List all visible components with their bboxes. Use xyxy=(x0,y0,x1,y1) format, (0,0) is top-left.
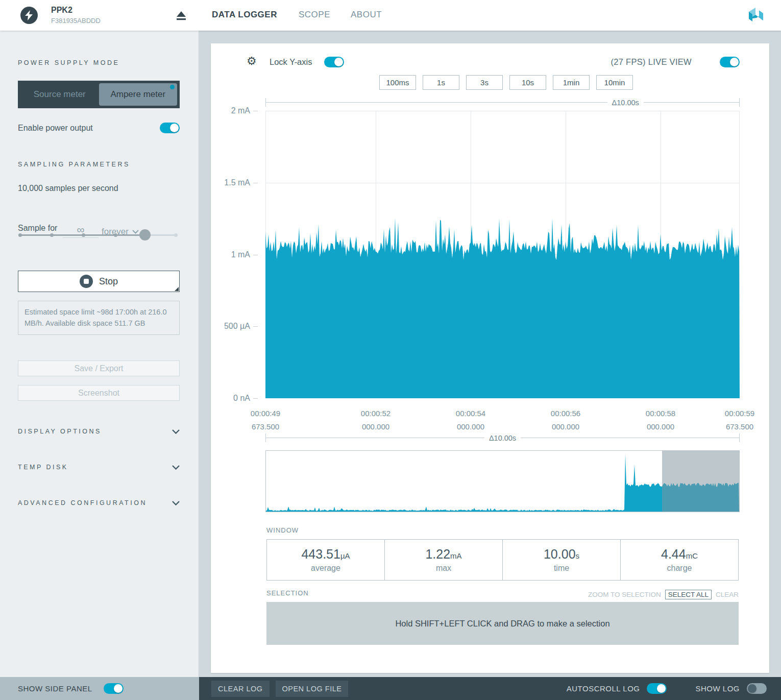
sample-duration-select[interactable]: forever xyxy=(102,227,139,237)
chevron-down-icon xyxy=(172,465,180,470)
y-tick-1mA: 1 mA xyxy=(213,250,258,259)
show-side-panel-toggle[interactable] xyxy=(104,683,124,694)
y-tick-2mA: 2 mA xyxy=(213,106,258,115)
stop-icon xyxy=(80,275,93,288)
selection-hint-box: Hold SHIFT+LEFT CLICK and DRAG to make a… xyxy=(266,602,739,645)
power-supply-mode-switch: Source meter Ampere meter xyxy=(18,81,180,108)
zoom-to-selection-button[interactable]: ZOOM TO SELECTION xyxy=(588,591,661,598)
stat-average: 443.51µA average xyxy=(267,540,385,580)
time-button-3s[interactable]: 3s xyxy=(466,75,503,90)
x-tick-3: 00:00:56000.000 xyxy=(532,407,599,434)
live-view-label: (27 FPS) LIVE VIEW xyxy=(611,57,692,67)
eject-device-icon[interactable] xyxy=(175,10,187,22)
sample-rate-label: 10,000 samples per second xyxy=(18,184,118,193)
ampere-meter-option[interactable]: Ampere meter xyxy=(99,83,178,106)
selection-actions: ZOOM TO SELECTION SELECT ALL CLEAR xyxy=(588,590,739,599)
save-export-button[interactable]: Save / Export xyxy=(18,360,180,376)
time-button-1min[interactable]: 1min xyxy=(553,75,590,90)
chevron-down-icon xyxy=(172,429,180,434)
show-log-label: SHOW LOG xyxy=(695,684,740,693)
nordic-semiconductor-logo xyxy=(745,5,767,26)
lock-y-axis-label: Lock Y-axis xyxy=(270,57,312,67)
select-all-button[interactable]: SELECT ALL xyxy=(665,590,712,599)
show-side-panel-label: SHOW SIDE PANEL xyxy=(18,684,92,693)
clear-log-button[interactable]: CLEAR LOG xyxy=(211,681,270,697)
slider-tick xyxy=(18,233,22,237)
main-area: ⚙ Lock Y-axis (27 FPS) LIVE VIEW 100ms 1… xyxy=(200,31,781,677)
device-serial: F381935ABDDD xyxy=(51,17,101,25)
y-tick-0nA: 0 nA xyxy=(213,394,258,403)
time-button-100ms[interactable]: 100ms xyxy=(379,75,416,90)
current-noise-band xyxy=(265,111,740,398)
y-tick-1_5mA: 1.5 mA xyxy=(213,178,258,187)
current-chart-plot[interactable] xyxy=(265,111,740,398)
top-delta-ruler: Δ10.00s xyxy=(265,98,740,107)
stop-button[interactable]: Stop xyxy=(18,271,180,292)
autoscroll-log-label: AUTOSCROLL LOG xyxy=(567,684,640,693)
open-log-file-button[interactable]: OPEN LOG FILE xyxy=(276,681,349,697)
x-tick-4: 00:00:58000.000 xyxy=(627,407,694,434)
power-supply-mode-title: POWER SUPPLY MODE xyxy=(18,59,119,66)
temp-disk-accordion[interactable]: TEMP DISK xyxy=(18,464,180,471)
autoscroll-log-toggle[interactable] xyxy=(647,683,667,694)
device-power-icon xyxy=(20,7,38,24)
sample-count-field[interactable]: ∞ xyxy=(63,224,99,238)
sampling-parameters-title: SAMPLING PARAMETERS xyxy=(18,161,130,168)
estimated-space-info: Estimated space limit ~98d 17:00h at 216… xyxy=(18,301,180,335)
show-log-toggle[interactable] xyxy=(747,683,767,694)
time-window-buttons: 100ms 1s 3s 10s 1min 10min xyxy=(379,75,633,90)
chevron-down-icon xyxy=(132,230,139,234)
device-name: PPK2 xyxy=(51,6,72,15)
advanced-configuration-accordion[interactable]: ADVANCED CONFIGURATION xyxy=(18,499,180,506)
stat-max: 1.22mA max xyxy=(385,540,503,580)
x-tick-5: 00:00:59673.500 xyxy=(706,407,773,434)
lock-y-axis-toggle[interactable] xyxy=(324,57,344,67)
side-panel-footer: SHOW SIDE PANEL xyxy=(0,677,199,700)
slider-thumb[interactable] xyxy=(139,229,151,240)
log-footer: CLEAR LOG OPEN LOG FILE AUTOSCROLL LOG S… xyxy=(199,677,781,700)
stat-charge: 4.44mC charge xyxy=(621,540,738,580)
sample-for-label: Sample for xyxy=(18,224,57,233)
tab-data-logger[interactable]: DATA LOGGER xyxy=(212,10,277,20)
chevron-down-icon xyxy=(172,501,180,505)
bottom-bar: SHOW SIDE PANEL CLEAR LOG OPEN LOG FILE … xyxy=(0,677,781,700)
app-header: PPK2 F381935ABDDD DATA LOGGER SCOPE ABOU… xyxy=(0,0,781,31)
x-tick-0: 00:00:49673.500 xyxy=(232,407,299,434)
tab-scope[interactable]: SCOPE xyxy=(299,10,330,20)
stop-button-corner xyxy=(175,287,179,291)
side-panel: POWER SUPPLY MODE Source meter Ampere me… xyxy=(0,31,199,677)
selection-title: SELECTION xyxy=(266,589,309,597)
time-button-1s[interactable]: 1s xyxy=(423,75,459,90)
display-options-accordion[interactable]: DISPLAY OPTIONS xyxy=(18,428,180,435)
time-button-10s[interactable]: 10s xyxy=(509,75,546,90)
time-button-10min[interactable]: 10min xyxy=(596,75,633,90)
enable-power-output-label: Enable power output xyxy=(18,124,93,133)
source-meter-option[interactable]: Source meter xyxy=(20,83,99,106)
x-tick-2: 00:00:54000.000 xyxy=(437,407,504,434)
y-tick-500uA: 500 µA xyxy=(213,322,258,331)
window-stats: 443.51µA average 1.22mA max 10.00s time … xyxy=(266,539,739,581)
ampere-meter-active-dot xyxy=(170,85,175,89)
tab-about[interactable]: ABOUT xyxy=(351,10,382,20)
x-tick-1: 00:00:52000.000 xyxy=(343,407,409,434)
slider-tick xyxy=(174,233,178,237)
minimap[interactable] xyxy=(265,450,740,512)
bottom-delta-ruler: Δ10.00s xyxy=(265,433,740,442)
chart-card: ⚙ Lock Y-axis (27 FPS) LIVE VIEW 100ms 1… xyxy=(211,43,769,673)
minimap-window-overlay[interactable] xyxy=(662,451,739,512)
slider-tick xyxy=(50,233,54,237)
clear-selection-button[interactable]: CLEAR xyxy=(716,591,739,598)
live-view-toggle[interactable] xyxy=(720,57,740,67)
window-title: WINDOW xyxy=(266,526,299,534)
screenshot-button[interactable]: Screenshot xyxy=(18,385,180,401)
enable-power-output-toggle[interactable] xyxy=(160,123,180,133)
chart-settings-gear-icon[interactable]: ⚙ xyxy=(247,56,257,67)
stat-time: 10.00s time xyxy=(503,540,621,580)
